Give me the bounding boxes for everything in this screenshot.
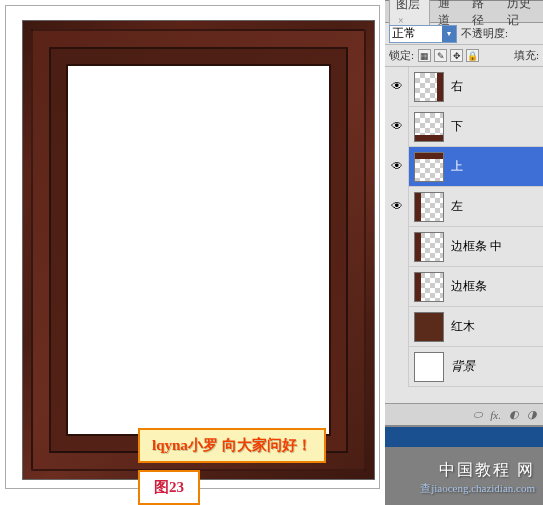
visibility-toggle[interactable]: 👁	[385, 147, 409, 187]
link-icon[interactable]: ⬭	[473, 408, 482, 421]
layer-row-border-mid[interactable]: 边框条 中	[385, 227, 543, 267]
layers-list: 👁 右 👁 下 👁 上 👁 左 边框条 中 边框条	[385, 67, 543, 387]
watermark: 中国教程 网 查jiaoceng.chazidian.com	[333, 450, 543, 505]
layers-panel: 图层× 通道 路径 历史记 正常 ▾ 不透明度: 锁定: ▦ ✎ ✥ 🔒 填充:…	[385, 0, 543, 425]
layer-row-bottom[interactable]: 👁 下	[385, 107, 543, 147]
layer-row-right[interactable]: 👁 右	[385, 67, 543, 107]
layer-name: 边框条 中	[449, 238, 543, 255]
eye-icon: 👁	[391, 199, 403, 214]
layer-row-redwood[interactable]: 红木	[385, 307, 543, 347]
mask-icon[interactable]: ◐	[509, 408, 519, 421]
watermark-title: 中国教程 网	[439, 460, 535, 481]
caption-box-2: 图23	[138, 470, 200, 505]
lock-all-icon[interactable]: 🔒	[466, 49, 479, 62]
visibility-toggle[interactable]	[385, 267, 409, 307]
opacity-label: 不透明度:	[461, 26, 508, 41]
layer-name: 下	[449, 118, 543, 135]
layer-thumbnail[interactable]	[414, 232, 444, 262]
lock-label: 锁定:	[389, 48, 414, 63]
visibility-toggle[interactable]: 👁	[385, 187, 409, 227]
layer-row-left[interactable]: 👁 左	[385, 187, 543, 227]
status-bar	[385, 425, 543, 447]
caption-box-1: lqyna小罗 向大家问好！	[138, 428, 326, 463]
layer-thumbnail[interactable]	[414, 272, 444, 302]
panel-bottom-bar: ⬭ fx. ◐ ◑	[385, 403, 543, 425]
visibility-toggle[interactable]	[385, 227, 409, 267]
panel-tabs: 图层× 通道 路径 历史记	[385, 1, 543, 23]
lock-brush-icon[interactable]: ✎	[434, 49, 447, 62]
layer-thumbnail[interactable]	[414, 152, 444, 182]
picture-frame: lqyna小罗 向大家问好！ 图23	[22, 20, 375, 480]
lock-fill-row: 锁定: ▦ ✎ ✥ 🔒 填充:	[385, 45, 543, 67]
eye-icon: 👁	[391, 119, 403, 134]
layer-thumbnail[interactable]	[414, 112, 444, 142]
layer-row-border[interactable]: 边框条	[385, 267, 543, 307]
visibility-toggle[interactable]: 👁	[385, 107, 409, 147]
eye-icon: 👁	[391, 79, 403, 94]
layer-name: 右	[449, 78, 543, 95]
visibility-toggle[interactable]	[385, 307, 409, 347]
layer-name: 边框条	[449, 278, 543, 295]
layer-name: 红木	[449, 318, 543, 335]
lock-icons: ▦ ✎ ✥ 🔒	[418, 49, 479, 62]
fx-icon[interactable]: fx.	[490, 409, 501, 421]
chevron-down-icon: ▾	[442, 26, 456, 42]
layer-row-top[interactable]: 👁 上	[385, 147, 543, 187]
adjustment-icon[interactable]: ◑	[527, 408, 537, 421]
layer-thumbnail[interactable]	[414, 72, 444, 102]
layer-thumbnail[interactable]	[414, 192, 444, 222]
layer-name: 左	[449, 198, 543, 215]
canvas-area: lqyna小罗 向大家问好！ 图23	[0, 0, 385, 505]
lock-transparency-icon[interactable]: ▦	[418, 49, 431, 62]
lock-move-icon[interactable]: ✥	[450, 49, 463, 62]
layer-name: 背景	[449, 358, 543, 375]
caption-text-1: lqyna小罗 向大家问好！	[152, 437, 312, 453]
visibility-toggle[interactable]: 👁	[385, 67, 409, 107]
blend-mode-value: 正常	[392, 25, 416, 42]
visibility-toggle[interactable]	[385, 347, 409, 387]
eye-icon: 👁	[391, 159, 403, 174]
canvas-workspace[interactable]: lqyna小罗 向大家问好！ 图23	[5, 5, 380, 489]
layer-row-background[interactable]: 背景	[385, 347, 543, 387]
blend-mode-select[interactable]: 正常 ▾	[389, 25, 457, 43]
caption-text-2: 图23	[154, 479, 184, 495]
fill-label: 填充:	[514, 48, 539, 63]
layer-thumbnail[interactable]	[414, 312, 444, 342]
watermark-url: 查jiaoceng.chazidian.com	[420, 481, 535, 496]
layer-name: 上	[449, 158, 543, 175]
layer-thumbnail[interactable]	[414, 352, 444, 382]
frame-inner-white: lqyna小罗 向大家问好！ 图23	[66, 64, 331, 436]
